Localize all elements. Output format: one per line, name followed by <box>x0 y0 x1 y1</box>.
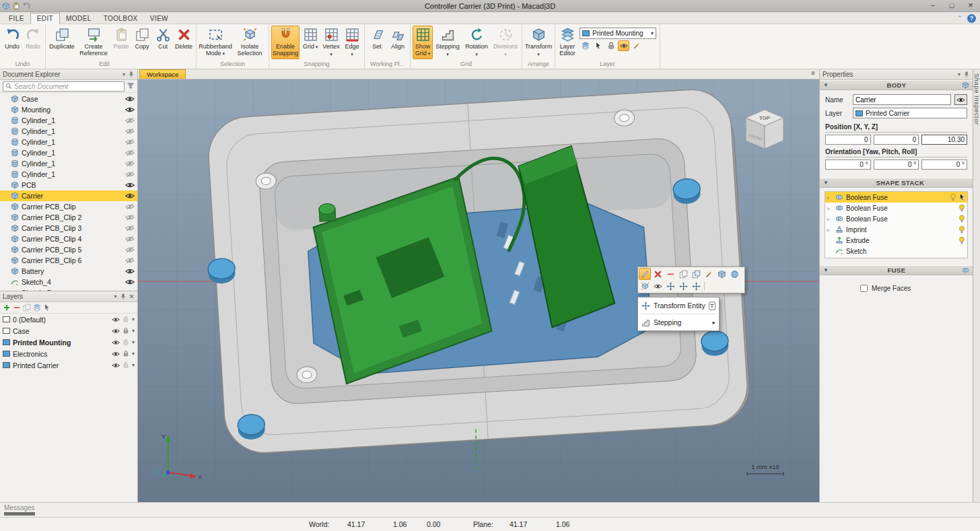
shape-stack-item-boolean-fuse[interactable]: Boolean Fuse <box>825 192 967 203</box>
lock-icon[interactable] <box>123 350 129 357</box>
shape-stack-item-sketch[interactable]: Sketch <box>825 246 967 256</box>
eye-icon[interactable] <box>125 192 135 199</box>
snap-edge-button[interactable]: Edge <box>342 26 362 59</box>
lock-layer-button[interactable] <box>605 40 617 51</box>
copy-button[interactable]: Copy <box>132 26 152 59</box>
snap-vertex-button[interactable]: Vertex <box>321 26 341 59</box>
create-reference-button[interactable]: Create Reference <box>77 26 110 59</box>
paste-button[interactable]: Paste <box>111 26 131 59</box>
chevron-down-icon[interactable] <box>123 71 125 77</box>
assign-layer-icon[interactable] <box>33 304 41 312</box>
bulb-icon[interactable] <box>958 225 965 234</box>
pin-icon[interactable] <box>963 71 970 78</box>
delete-button[interactable]: Delete <box>174 26 194 59</box>
chevron-down-icon[interactable] <box>132 328 135 334</box>
workingplane-align-button[interactable]: Align <box>388 26 408 59</box>
tab-file[interactable]: FILE <box>3 13 30 24</box>
redo-button[interactable]: Redo <box>23 26 43 59</box>
tree-item-clip[interactable]: Carrier PCB_Clip 6 <box>0 255 137 266</box>
knife-tool-button[interactable] <box>639 268 651 280</box>
workspace-tab[interactable]: Workspace <box>139 69 186 79</box>
eye-icon[interactable] <box>112 316 120 323</box>
cut-button[interactable]: Cut <box>153 26 173 59</box>
shape-stack-item-boolean-fuse[interactable]: Boolean Fuse <box>825 203 967 213</box>
plane-xz-button[interactable] <box>677 280 689 292</box>
tree-item-clip[interactable]: Carrier PCB_Clip 3 <box>0 223 137 234</box>
layer-row-printed-mounting[interactable]: Printed Mounting <box>0 337 137 348</box>
name-field[interactable] <box>853 94 951 105</box>
search-input[interactable] <box>14 83 122 90</box>
layer-editor-button[interactable]: Layer Editor <box>557 26 578 59</box>
box-tool-button[interactable] <box>715 268 728 280</box>
tree-item-cylinder[interactable]: Cylinder_1 <box>0 126 137 137</box>
delete-tool-button[interactable] <box>652 268 664 280</box>
eye-off-icon[interactable] <box>125 149 135 156</box>
show-grid-button[interactable]: Show Grid <box>413 26 433 59</box>
tree-item-cylinder[interactable]: Cylinder_1 <box>0 137 137 147</box>
orientation-pitch-field[interactable]: 0 ° <box>874 160 919 170</box>
messages-panel[interactable]: Messages <box>0 502 980 517</box>
filter-icon[interactable] <box>127 82 135 90</box>
close-button[interactable] <box>961 0 980 11</box>
eye-off-icon[interactable] <box>125 171 135 178</box>
orientation-roll-field[interactable]: 0 ° <box>921 160 967 170</box>
orientation-yaw-field[interactable]: 0 ° <box>825 160 871 170</box>
close-icon[interactable] <box>129 293 135 300</box>
body-visibility-button[interactable] <box>954 94 967 105</box>
body-layer-dropdown[interactable]: Printed Carrier <box>853 108 967 118</box>
duplicate-tool-button[interactable] <box>690 268 702 280</box>
maximize-button[interactable] <box>942 0 961 11</box>
isolate-view-button[interactable] <box>639 280 651 292</box>
fuse-section-header[interactable]: FUSE <box>820 265 973 275</box>
undo-button[interactable]: Undo <box>2 26 22 59</box>
unlock-icon[interactable] <box>123 361 129 369</box>
menu-item-stepping[interactable]: Stepping <box>639 315 718 330</box>
visibility-button[interactable] <box>652 280 664 292</box>
eye-icon[interactable] <box>112 362 120 369</box>
active-layer-dropdown[interactable]: Printed Mounting <box>580 28 656 39</box>
tree-item-cylinder[interactable]: Cylinder_1 <box>0 115 137 126</box>
tree-item-case[interactable]: Case <box>0 94 137 104</box>
bulb-icon[interactable] <box>958 215 965 223</box>
plane-xy-button[interactable] <box>664 280 676 292</box>
tree-item-cylinder[interactable]: Cylinder_1 <box>0 158 137 169</box>
rubberband-mode-button[interactable]: Rubberband Mode <box>199 26 232 59</box>
duplicate-button[interactable]: Duplicate <box>48 26 76 59</box>
tree-item-sketch[interactable]: Sketch_4 <box>0 277 137 287</box>
sphere-tool-button[interactable] <box>728 268 740 280</box>
tab-edit[interactable]: EDIT <box>30 13 60 24</box>
remove-tool-button[interactable] <box>664 268 676 280</box>
eye-off-icon[interactable] <box>125 225 135 232</box>
search-box[interactable] <box>3 81 125 92</box>
tree-item-cylinder[interactable]: Cylinder_1 <box>0 169 137 180</box>
tree-item-clip[interactable]: Carrier PCB_Clip 2 <box>0 212 137 223</box>
help-icon[interactable] <box>967 14 976 23</box>
expand-icon[interactable] <box>827 194 833 201</box>
shape-stack-item-imprint[interactable]: Imprint <box>825 224 967 235</box>
workingplane-set-button[interactable]: Set <box>367 26 387 59</box>
lock-icon[interactable] <box>123 327 129 334</box>
snap-grid-button[interactable]: Grid <box>300 26 320 59</box>
position-x-field[interactable]: 0 <box>825 135 871 145</box>
tree-item-clip[interactable]: Carrier PCB_Clip <box>0 201 137 212</box>
eye-icon[interactable] <box>125 106 135 113</box>
chevron-down-icon[interactable] <box>132 362 135 368</box>
eye-icon[interactable] <box>125 268 135 275</box>
pin-icon[interactable] <box>128 71 135 78</box>
tab-model[interactable]: MODEL <box>60 13 98 24</box>
tree-item-pcb[interactable]: PCB <box>0 180 137 190</box>
messages-resize-handle[interactable] <box>4 512 35 516</box>
view-cube[interactable]: TOP FRONT <box>742 106 787 157</box>
eye-icon[interactable] <box>125 182 135 188</box>
viewcube-top-label[interactable]: TOP <box>759 115 771 121</box>
tree-item-clip[interactable]: Carrier PCB_Clip 4 <box>0 234 137 244</box>
quickaccess-undo-icon[interactable] <box>22 2 30 10</box>
position-z-field[interactable]: 10.30 <box>921 135 967 145</box>
eye-icon[interactable] <box>112 328 120 334</box>
select-layer-objects-button[interactable] <box>592 40 604 51</box>
eye-off-icon[interactable] <box>125 117 135 124</box>
layer-row-default[interactable]: 0 (Default) <box>0 314 137 325</box>
stepping-button[interactable]: Stepping <box>433 26 462 59</box>
rotation-button[interactable]: Rotation <box>462 26 491 59</box>
tree-item-clip[interactable]: Carrier PCB_Clip 5 <box>0 244 137 255</box>
